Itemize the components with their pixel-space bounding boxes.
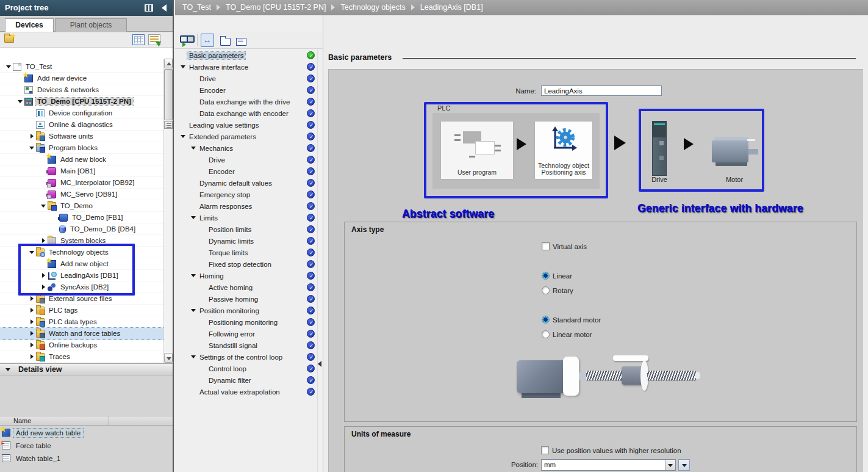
breadcrumb-item[interactable]: LeadingAxis [DB1] xyxy=(420,3,483,12)
chevron-down-icon[interactable] xyxy=(5,368,10,371)
tree-item[interactable]: Software units xyxy=(0,131,173,142)
higher-resolution-checkbox[interactable] xyxy=(541,446,549,454)
tree-item-label[interactable]: TO_Demo_DB [DB4] xyxy=(68,225,137,233)
tree-item[interactable]: Devices & networks xyxy=(0,84,173,96)
tree-item-label[interactable]: Software units xyxy=(47,133,95,140)
nav-item-label[interactable]: Control loop xyxy=(207,365,248,372)
collapse-panel-icon[interactable] xyxy=(162,4,167,12)
tree-item-label[interactable]: MC_Servo [OB91] xyxy=(59,191,119,198)
tree-item[interactable]: Add new device xyxy=(0,73,173,84)
nav-item-label[interactable]: Dynamic default values xyxy=(198,180,274,187)
nav-item-label[interactable]: Active homing xyxy=(207,284,254,291)
nav-item[interactable]: Dynamic default values xyxy=(175,177,323,189)
expand-icon[interactable] xyxy=(28,307,36,314)
expand-icon[interactable] xyxy=(190,214,198,222)
nav-item[interactable]: Encoder xyxy=(175,165,323,177)
expand-icon[interactable] xyxy=(179,133,187,140)
expand-icon[interactable] xyxy=(28,295,36,303)
tab-devices[interactable]: Devices xyxy=(5,18,54,32)
nav-item-label[interactable]: Emergency stop xyxy=(198,191,252,198)
tree-item-label[interactable]: Devices & networks xyxy=(35,86,101,93)
tree-item-label[interactable]: Program blocks xyxy=(47,144,99,151)
nav-item[interactable]: Actual value extrapolation xyxy=(175,386,323,398)
tree-item-label[interactable]: Add new block xyxy=(59,156,108,163)
expand-icon[interactable] xyxy=(28,341,36,349)
dropdown-arrow-icon[interactable] xyxy=(665,460,675,470)
export-table-icon[interactable] xyxy=(148,34,160,45)
nav-item-label[interactable]: Passive homing xyxy=(207,296,260,303)
nav-item-label[interactable]: Drive xyxy=(207,156,227,164)
nav-item[interactable]: Settings of the control loop xyxy=(175,351,323,363)
nav-item[interactable]: Active homing xyxy=(175,281,323,293)
nav-item-label[interactable]: Actual value extrapolation xyxy=(198,388,282,396)
scrollbar-thumb[interactable] xyxy=(164,69,173,120)
nav-item[interactable]: Basic parameters xyxy=(175,49,323,61)
rotary-radio[interactable] xyxy=(542,286,550,294)
tree-item-label[interactable]: Online backups xyxy=(47,341,99,349)
details-row[interactable]: Add new watch table xyxy=(0,426,173,439)
tree-item[interactable]: PLC data types xyxy=(0,316,173,328)
tree-item-label[interactable]: TO_Demo [CPU 1515T-2 PN] xyxy=(35,98,133,105)
tree-item-label[interactable]: Online & diagnostics xyxy=(47,121,115,128)
expand-icon[interactable] xyxy=(28,353,36,361)
function-view-icon[interactable] xyxy=(201,34,214,47)
scrollbar-grip[interactable] xyxy=(164,121,173,129)
breadcrumb-item[interactable]: Technology objects xyxy=(340,3,405,12)
nav-item[interactable]: Emergency stop xyxy=(175,189,323,200)
nav-item[interactable]: Positioning monitoring xyxy=(175,316,323,328)
tree-item-label[interactable]: Watch and force tables xyxy=(47,330,122,337)
tree-item[interactable]: TO_Demo [CPU 1515T-2 PN] xyxy=(0,96,173,107)
expand-all-icon[interactable] xyxy=(218,34,231,47)
nav-item-label[interactable]: Position monitoring xyxy=(198,307,261,314)
details-row[interactable]: Force table xyxy=(0,439,173,452)
expand-icon[interactable] xyxy=(28,330,36,338)
nav-item-label[interactable]: Standstill signal xyxy=(207,342,259,349)
details-row[interactable]: Watch table_1 xyxy=(0,452,173,465)
tab-plant-objects[interactable]: Plant objects xyxy=(55,18,127,32)
table-view-icon[interactable] xyxy=(132,34,145,45)
nav-item[interactable]: Data exchange with encoder xyxy=(175,107,323,119)
details-view-header[interactable]: Details view xyxy=(0,363,173,376)
tree-item[interactable]: Watch and force tables xyxy=(0,328,173,339)
nav-item[interactable]: Homing xyxy=(175,270,323,281)
name-input[interactable] xyxy=(541,85,662,96)
scroll-up-icon[interactable] xyxy=(164,59,173,68)
linear-motor-radio[interactable] xyxy=(542,330,550,338)
breadcrumb-item[interactable]: TO_Demo [CPU 1515T-2 PN] xyxy=(226,3,326,12)
nav-item[interactable]: Passive homing xyxy=(175,293,323,305)
expand-icon[interactable] xyxy=(28,133,36,140)
nav-item[interactable]: Control loop xyxy=(175,363,323,374)
tree-item[interactable]: Add new block xyxy=(0,154,173,165)
tree-item-label[interactable]: MC_Interpolator [OB92] xyxy=(59,179,136,186)
linear-radio[interactable] xyxy=(542,272,550,280)
nav-item-label[interactable]: Limits xyxy=(198,214,220,222)
nav-item[interactable]: Dynamic filter xyxy=(175,374,323,386)
nav-item-label[interactable]: Data exchange with the drive xyxy=(198,98,292,106)
expand-icon[interactable] xyxy=(190,144,198,152)
tree-item-label[interactable]: TO_Demo xyxy=(59,202,95,209)
tree-item-label[interactable]: External source files xyxy=(47,295,114,302)
tree-item[interactable]: TO_Test xyxy=(0,61,173,73)
nav-item[interactable]: Drive xyxy=(175,154,323,165)
nav-item-label[interactable]: Data exchange with encoder xyxy=(198,110,290,117)
unit-dropdown-button[interactable] xyxy=(678,459,690,471)
nav-item-label[interactable]: Basic parameters xyxy=(187,52,245,59)
tree-item[interactable]: TO_Demo_DB [DB4] xyxy=(0,223,173,235)
tree-item[interactable]: TO_Demo xyxy=(0,200,173,212)
tree-scrollbar[interactable] xyxy=(163,59,173,363)
nav-item-label[interactable]: Mechanics xyxy=(198,145,235,152)
nav-item-label[interactable]: Alarm responses xyxy=(198,203,254,210)
nav-item-label[interactable]: Encoder xyxy=(198,87,228,94)
tree-item[interactable]: Program blocks xyxy=(0,142,173,154)
nav-item[interactable]: Dynamic limits xyxy=(175,235,323,247)
nav-item[interactable]: Position limits xyxy=(175,223,323,235)
nav-item[interactable]: Drive xyxy=(175,73,323,84)
nav-item[interactable]: Leading value settings xyxy=(175,119,323,131)
expand-icon[interactable] xyxy=(28,144,36,152)
expand-icon[interactable] xyxy=(190,307,198,314)
tree-item-label[interactable]: Main [OB1] xyxy=(59,167,98,175)
details-row-label[interactable]: Add new watch table xyxy=(13,429,83,437)
nav-item[interactable]: Alarm responses xyxy=(175,200,323,212)
expand-icon[interactable] xyxy=(179,63,187,71)
expand-icon[interactable] xyxy=(28,318,36,326)
